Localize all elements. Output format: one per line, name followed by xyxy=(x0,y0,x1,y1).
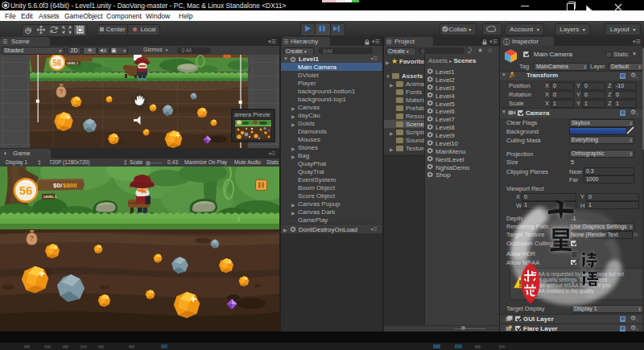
svg-text:$0/: $0/ xyxy=(53,182,63,189)
svg-text:LEVEL 1: LEVEL 1 xyxy=(43,195,57,199)
svg-text:$800: $800 xyxy=(63,182,77,189)
svg-text:56: 56 xyxy=(52,59,62,68)
svg-text:LEVEL 1: LEVEL 1 xyxy=(67,62,78,65)
svg-text:56: 56 xyxy=(19,183,33,197)
svg-text:amera Previe: amera Previe xyxy=(234,111,270,118)
